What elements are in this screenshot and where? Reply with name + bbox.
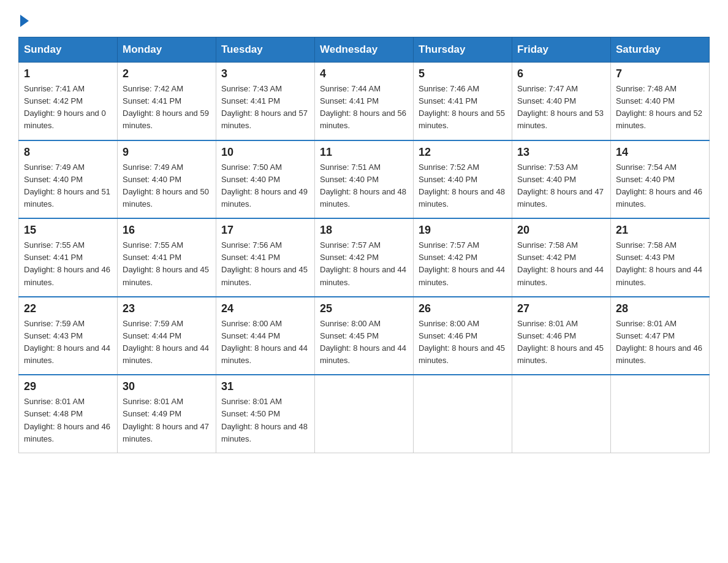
day-number: 27	[517, 302, 605, 315]
calendar-cell: 16Sunrise: 7:55 AMSunset: 4:41 PMDayligh…	[118, 218, 216, 297]
day-number: 22	[24, 302, 112, 315]
day-number: 12	[419, 146, 507, 159]
day-info: Sunrise: 7:53 AMSunset: 4:40 PMDaylight:…	[517, 161, 605, 211]
day-number: 28	[616, 302, 704, 315]
day-info: Sunrise: 7:42 AMSunset: 4:41 PMDaylight:…	[123, 83, 211, 132]
day-number: 8	[24, 146, 112, 159]
day-number: 6	[517, 67, 605, 80]
day-info: Sunrise: 7:55 AMSunset: 4:41 PMDaylight:…	[123, 239, 211, 289]
calendar-cell: 19Sunrise: 7:57 AMSunset: 4:42 PMDayligh…	[414, 218, 512, 297]
calendar-cell: 22Sunrise: 7:59 AMSunset: 4:43 PMDayligh…	[19, 297, 118, 375]
calendar-cell: 9Sunrise: 7:49 AMSunset: 4:40 PMDaylight…	[118, 140, 216, 219]
day-info: Sunrise: 8:00 AMSunset: 4:46 PMDaylight:…	[419, 318, 507, 367]
calendar-cell: 7Sunrise: 7:48 AMSunset: 4:40 PMDaylight…	[611, 63, 710, 140]
calendar-cell: 26Sunrise: 8:00 AMSunset: 4:46 PMDayligh…	[414, 297, 512, 375]
day-number: 19	[419, 224, 507, 237]
day-info: Sunrise: 8:01 AMSunset: 4:47 PMDaylight:…	[616, 318, 704, 367]
weekday-header-tuesday: Tuesday	[216, 37, 315, 63]
calendar-cell: 4Sunrise: 7:44 AMSunset: 4:41 PMDaylight…	[315, 63, 414, 140]
calendar-cell	[414, 375, 512, 453]
day-info: Sunrise: 8:01 AMSunset: 4:50 PMDaylight:…	[221, 396, 309, 445]
day-number: 18	[320, 224, 408, 237]
day-number: 30	[123, 380, 211, 393]
day-info: Sunrise: 7:47 AMSunset: 4:40 PMDaylight:…	[517, 83, 605, 132]
calendar-cell	[611, 375, 710, 453]
calendar-cell: 29Sunrise: 8:01 AMSunset: 4:48 PMDayligh…	[19, 375, 118, 453]
weekday-header-friday: Friday	[512, 37, 611, 63]
calendar-cell: 12Sunrise: 7:52 AMSunset: 4:40 PMDayligh…	[414, 140, 512, 219]
day-info: Sunrise: 8:01 AMSunset: 4:46 PMDaylight:…	[517, 318, 605, 367]
day-info: Sunrise: 7:49 AMSunset: 4:40 PMDaylight:…	[123, 161, 211, 211]
calendar-cell: 17Sunrise: 7:56 AMSunset: 4:41 PMDayligh…	[216, 218, 315, 297]
calendar-cell	[315, 375, 414, 453]
day-info: Sunrise: 7:51 AMSunset: 4:40 PMDaylight:…	[320, 161, 408, 211]
day-number: 2	[123, 67, 211, 80]
calendar-week-row: 8Sunrise: 7:49 AMSunset: 4:40 PMDaylight…	[19, 140, 710, 219]
weekday-header-monday: Monday	[118, 37, 216, 63]
day-number: 29	[24, 380, 112, 393]
calendar-cell: 30Sunrise: 8:01 AMSunset: 4:49 PMDayligh…	[118, 375, 216, 453]
calendar-cell: 18Sunrise: 7:57 AMSunset: 4:42 PMDayligh…	[315, 218, 414, 297]
day-number: 26	[419, 302, 507, 315]
page-header	[18, 12, 710, 26]
day-info: Sunrise: 7:46 AMSunset: 4:41 PMDaylight:…	[419, 83, 507, 132]
day-info: Sunrise: 7:52 AMSunset: 4:40 PMDaylight:…	[419, 161, 507, 211]
calendar-cell: 8Sunrise: 7:49 AMSunset: 4:40 PMDaylight…	[19, 140, 118, 219]
day-number: 20	[517, 224, 605, 237]
day-number: 23	[123, 302, 211, 315]
calendar-cell: 20Sunrise: 7:58 AMSunset: 4:42 PMDayligh…	[512, 218, 611, 297]
day-info: Sunrise: 7:56 AMSunset: 4:41 PMDaylight:…	[221, 239, 309, 289]
calendar-week-row: 29Sunrise: 8:01 AMSunset: 4:48 PMDayligh…	[19, 375, 710, 453]
weekday-header-row: SundayMondayTuesdayWednesdayThursdayFrid…	[19, 37, 710, 63]
day-info: Sunrise: 7:43 AMSunset: 4:41 PMDaylight:…	[221, 83, 309, 132]
calendar-cell: 27Sunrise: 8:01 AMSunset: 4:46 PMDayligh…	[512, 297, 611, 375]
calendar-week-row: 1Sunrise: 7:41 AMSunset: 4:42 PMDaylight…	[19, 63, 710, 140]
day-info: Sunrise: 7:58 AMSunset: 4:43 PMDaylight:…	[616, 239, 704, 289]
day-number: 21	[616, 224, 704, 237]
day-number: 7	[616, 67, 704, 80]
day-info: Sunrise: 7:57 AMSunset: 4:42 PMDaylight:…	[419, 239, 507, 289]
calendar-cell: 23Sunrise: 7:59 AMSunset: 4:44 PMDayligh…	[118, 297, 216, 375]
calendar-table: SundayMondayTuesdayWednesdayThursdayFrid…	[18, 37, 710, 453]
day-number: 25	[320, 302, 408, 315]
calendar-cell: 11Sunrise: 7:51 AMSunset: 4:40 PMDayligh…	[315, 140, 414, 219]
day-number: 4	[320, 67, 408, 80]
weekday-header-saturday: Saturday	[611, 37, 710, 63]
calendar-cell: 5Sunrise: 7:46 AMSunset: 4:41 PMDaylight…	[414, 63, 512, 140]
weekday-header-sunday: Sunday	[19, 37, 118, 63]
day-number: 24	[221, 302, 309, 315]
calendar-week-row: 15Sunrise: 7:55 AMSunset: 4:41 PMDayligh…	[19, 218, 710, 297]
day-info: Sunrise: 8:01 AMSunset: 4:49 PMDaylight:…	[123, 396, 211, 445]
day-info: Sunrise: 7:49 AMSunset: 4:40 PMDaylight:…	[24, 161, 112, 211]
calendar-week-row: 22Sunrise: 7:59 AMSunset: 4:43 PMDayligh…	[19, 297, 710, 375]
calendar-cell: 6Sunrise: 7:47 AMSunset: 4:40 PMDaylight…	[512, 63, 611, 140]
calendar-cell: 14Sunrise: 7:54 AMSunset: 4:40 PMDayligh…	[611, 140, 710, 219]
calendar-cell: 10Sunrise: 7:50 AMSunset: 4:40 PMDayligh…	[216, 140, 315, 219]
day-info: Sunrise: 7:55 AMSunset: 4:41 PMDaylight:…	[24, 239, 112, 289]
logo-arrow-icon	[20, 15, 29, 27]
calendar-cell: 31Sunrise: 8:01 AMSunset: 4:50 PMDayligh…	[216, 375, 315, 453]
weekday-header-wednesday: Wednesday	[315, 37, 414, 63]
day-info: Sunrise: 7:44 AMSunset: 4:41 PMDaylight:…	[320, 83, 408, 132]
day-info: Sunrise: 8:00 AMSunset: 4:45 PMDaylight:…	[320, 318, 408, 367]
day-info: Sunrise: 7:59 AMSunset: 4:44 PMDaylight:…	[123, 318, 211, 367]
logo	[18, 12, 29, 26]
day-info: Sunrise: 7:57 AMSunset: 4:42 PMDaylight:…	[320, 239, 408, 289]
day-number: 1	[24, 67, 112, 80]
calendar-cell: 1Sunrise: 7:41 AMSunset: 4:42 PMDaylight…	[19, 63, 118, 140]
day-number: 14	[616, 146, 704, 159]
day-number: 31	[221, 380, 309, 393]
day-number: 16	[123, 224, 211, 237]
day-number: 17	[221, 224, 309, 237]
calendar-cell: 13Sunrise: 7:53 AMSunset: 4:40 PMDayligh…	[512, 140, 611, 219]
day-number: 3	[221, 67, 309, 80]
day-info: Sunrise: 7:41 AMSunset: 4:42 PMDaylight:…	[24, 83, 112, 132]
day-info: Sunrise: 7:54 AMSunset: 4:40 PMDaylight:…	[616, 161, 704, 211]
day-number: 11	[320, 146, 408, 159]
calendar-cell: 25Sunrise: 8:00 AMSunset: 4:45 PMDayligh…	[315, 297, 414, 375]
weekday-header-thursday: Thursday	[414, 37, 512, 63]
day-info: Sunrise: 7:59 AMSunset: 4:43 PMDaylight:…	[24, 318, 112, 367]
day-info: Sunrise: 7:48 AMSunset: 4:40 PMDaylight:…	[616, 83, 704, 132]
day-number: 13	[517, 146, 605, 159]
calendar-cell: 21Sunrise: 7:58 AMSunset: 4:43 PMDayligh…	[611, 218, 710, 297]
